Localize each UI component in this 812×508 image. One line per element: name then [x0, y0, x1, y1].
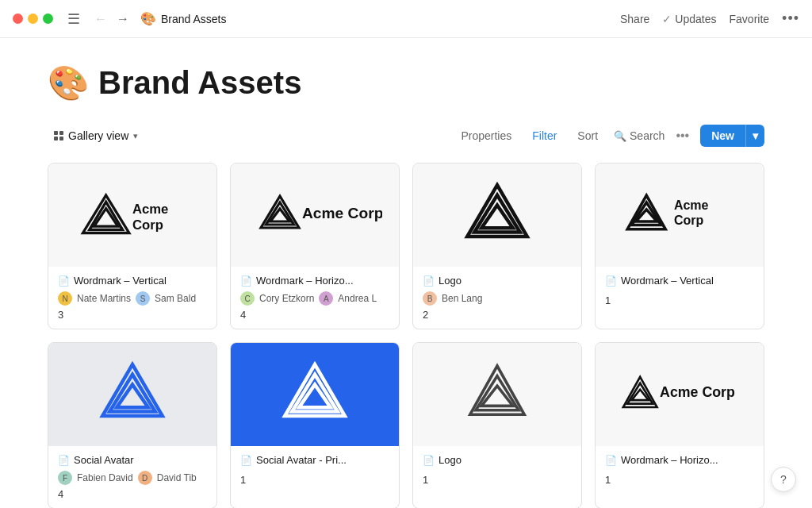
card-image-2: Acme Corp: [231, 164, 399, 267]
doc-icon-7: 📄: [423, 455, 435, 466]
search-icon: 🔍: [614, 130, 626, 142]
author-name-5b: David Tib: [157, 472, 197, 483]
card-name-text-6: Social Avatar - Pri...: [256, 454, 347, 466]
card-body-6: 📄 Social Avatar - Pri... 1: [231, 446, 399, 494]
card-name-2: 📄 Wordmark – Horizo...: [240, 275, 389, 287]
gallery-view-button[interactable]: Gallery view ▾: [48, 126, 144, 145]
gallery-grid: Acme Corp 📄 Wordmark – Vertical N Nate M…: [48, 163, 764, 508]
card-name-text-1: Wordmark – Vertical: [74, 275, 167, 287]
page-breadcrumb: 🎨 Brand Assets: [140, 11, 227, 26]
card-count-6: 1: [240, 474, 389, 486]
gallery-card-7[interactable]: 📄 Logo 1: [412, 342, 582, 508]
author-name-5a: Fabien David: [77, 472, 133, 483]
card-name-text-7: Logo: [439, 454, 462, 466]
help-button[interactable]: ?: [771, 467, 796, 492]
forward-arrow[interactable]: →: [113, 10, 132, 28]
new-button[interactable]: New ▾: [700, 125, 764, 147]
more-options-button[interactable]: •••: [782, 10, 799, 27]
updates-button[interactable]: ✓ Updates: [662, 13, 716, 25]
card-authors-3: B Ben Lang: [423, 291, 572, 306]
toolbar: Gallery view ▾ Properties Filter Sort 🔍 …: [48, 125, 764, 147]
svg-text:Acme Corp: Acme Corp: [660, 384, 735, 400]
card-name-text-2: Wordmark – Horizo...: [256, 275, 354, 287]
author-name-2b: Andrea L: [338, 293, 377, 304]
toolbar-left: Gallery view ▾: [48, 126, 144, 145]
doc-icon-8: 📄: [605, 455, 617, 466]
card-body-4: 📄 Wordmark – Vertical 1: [596, 267, 764, 314]
card-image-4: Acme Corp: [596, 164, 764, 267]
card-image-7: [413, 343, 581, 446]
close-button[interactable]: [13, 13, 23, 24]
card-authors-1: N Nate Martins S Sam Bald: [58, 291, 207, 306]
svg-text:Corp: Corp: [674, 214, 704, 227]
author-avatar-2a: C: [240, 291, 255, 306]
search-button[interactable]: 🔍 Search: [614, 129, 665, 142]
card-name-4: 📄 Wordmark – Vertical: [605, 275, 754, 287]
svg-text:Acme: Acme: [132, 202, 168, 217]
sort-button[interactable]: Sort: [573, 126, 603, 145]
card-image-6: [231, 343, 399, 446]
doc-icon-5: 📄: [58, 455, 70, 466]
svg-text:Acme Corp: Acme Corp: [302, 205, 382, 221]
new-button-dropdown[interactable]: ▾: [745, 125, 764, 147]
minimize-button[interactable]: [28, 13, 38, 24]
page-icon: 🎨: [140, 11, 156, 26]
main-content: 🎨 Brand Assets Gallery view ▾ Properties…: [0, 38, 812, 508]
gallery-card-1[interactable]: Acme Corp 📄 Wordmark – Vertical N Nate M…: [48, 163, 217, 329]
gallery-card-6[interactable]: 📄 Social Avatar - Pri... 1: [230, 342, 400, 508]
card-body-5: 📄 Social Avatar F Fabien David D David T…: [48, 446, 216, 508]
gallery-card-4[interactable]: Acme Corp 📄 Wordmark – Vertical 1: [595, 163, 764, 329]
card-body-7: 📄 Logo 1: [413, 446, 581, 494]
card-name-text-3: Logo: [439, 275, 462, 287]
new-button-label: New: [700, 125, 745, 147]
nav-arrows: ← →: [91, 10, 132, 28]
card-name-1: 📄 Wordmark – Vertical: [58, 275, 207, 287]
traffic-lights: [13, 13, 53, 24]
chevron-down-icon: ▾: [133, 131, 138, 141]
card-image-3: [413, 164, 581, 267]
gallery-card-5[interactable]: 📄 Social Avatar F Fabien David D David T…: [48, 342, 217, 508]
card-count-7: 1: [423, 474, 572, 486]
doc-icon-4: 📄: [605, 275, 617, 287]
author-name-1a: Nate Martins: [77, 293, 131, 304]
fullscreen-button[interactable]: [43, 13, 53, 24]
filter-button[interactable]: Filter: [527, 126, 561, 145]
card-authors-5: F Fabien David D David Tib: [58, 471, 207, 485]
card-count-5: 4: [58, 488, 207, 500]
share-button[interactable]: Share: [620, 13, 649, 25]
card-name-8: 📄 Wordmark – Horizo...: [605, 454, 754, 466]
page-heading-icon: 🎨: [48, 64, 89, 102]
hamburger-icon[interactable]: ☰: [67, 10, 80, 28]
titlebar-right: Share ✓ Updates Favorite •••: [620, 10, 799, 27]
doc-icon-2: 📄: [240, 275, 252, 287]
gallery-view-label: Gallery view: [68, 129, 128, 142]
toolbar-more-button[interactable]: •••: [676, 129, 689, 143]
gallery-view-icon: [54, 131, 63, 140]
card-name-text-8: Wordmark – Horizo...: [621, 454, 718, 466]
properties-button[interactable]: Properties: [456, 126, 516, 145]
page-heading: 🎨 Brand Assets: [48, 64, 764, 102]
gallery-card-8[interactable]: Acme Corp 📄 Wordmark – Horizo... 1: [595, 342, 764, 508]
author-avatar-5b: D: [138, 471, 152, 485]
card-name-5: 📄 Social Avatar: [58, 454, 207, 466]
card-count-3: 2: [423, 309, 572, 321]
gallery-card-3[interactable]: 📄 Logo B Ben Lang 2: [412, 163, 582, 329]
back-arrow[interactable]: ←: [91, 10, 110, 28]
author-avatar-1a: N: [58, 291, 72, 306]
card-name-6: 📄 Social Avatar - Pri...: [240, 454, 389, 466]
card-name-3: 📄 Logo: [423, 275, 572, 287]
card-authors-2: C Cory Etzkorn A Andrea L: [240, 291, 389, 306]
svg-text:Acme: Acme: [674, 198, 709, 212]
titlebar: ☰ ← → 🎨 Brand Assets Share ✓ Updates Fav…: [0, 0, 812, 38]
card-name-7: 📄 Logo: [423, 454, 572, 466]
author-avatar-3a: B: [423, 291, 437, 306]
card-count-4: 1: [605, 294, 754, 306]
card-name-text-4: Wordmark – Vertical: [621, 275, 714, 287]
gallery-card-2[interactable]: Acme Corp 📄 Wordmark – Horizo... C Cory …: [230, 163, 400, 329]
svg-text:Corp: Corp: [132, 217, 163, 233]
favorite-button[interactable]: Favorite: [730, 13, 770, 25]
card-body-2: 📄 Wordmark – Horizo... C Cory Etzkorn A …: [231, 267, 399, 329]
card-count-2: 4: [240, 309, 389, 321]
page-title: Brand Assets: [98, 65, 301, 101]
card-body-3: 📄 Logo B Ben Lang 2: [413, 267, 581, 329]
